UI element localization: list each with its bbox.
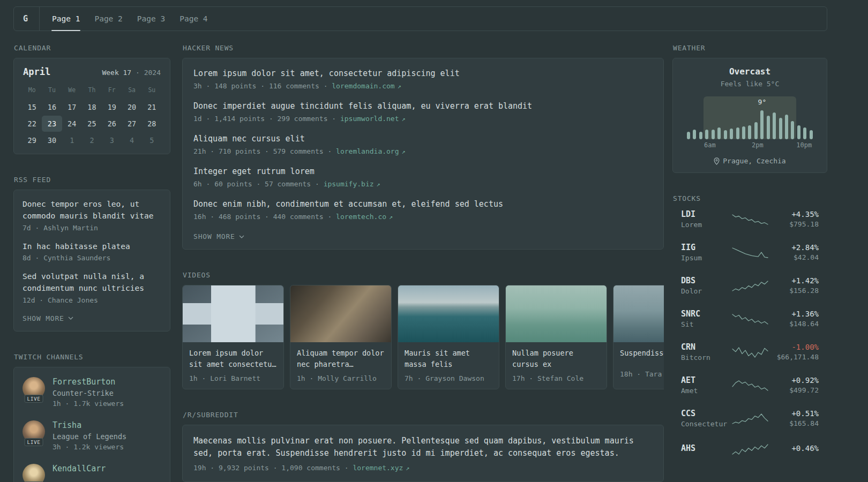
rss-item: Sed volutpat nulla nisl, a condimentum n… <box>23 271 161 304</box>
hn-item: Lorem ipsum dolor sit amet, consectetur … <box>193 68 653 90</box>
rss-item-title[interactable]: Donec tempor eros leo, ut commodo mauris… <box>23 199 161 222</box>
stock-sparkline <box>731 245 769 259</box>
page: G Page 1 Page 2 Page 3 Page 4 CALENDAR A… <box>13 6 827 482</box>
video-card[interactable]: Aliquam tempor dolor nec pharetra… 1h · … <box>290 285 392 389</box>
hn-item-title[interactable]: Lorem ipsum dolor sit amet, consectetur … <box>193 68 653 79</box>
hn-item-domain-link[interactable]: ipsumworld.net↗ <box>340 115 406 123</box>
rss-item-meta: 8d · Cynthia Saunders <box>23 254 161 262</box>
hn-item-meta: 21h · 710 points · 579 comments · loreml… <box>193 147 653 155</box>
stock-sparkline <box>731 378 769 392</box>
section-title-stocks: STOCKS <box>673 194 827 202</box>
calendar-day: 19 <box>102 99 122 115</box>
stock-change: +0.51% <box>773 409 819 418</box>
twitch-channel-row[interactable]: LIVE ForrestBurton Counter-Strike 1h · 1… <box>23 377 161 408</box>
hn-item-domain-link[interactable]: loremtech.co↗ <box>336 213 393 221</box>
twitch-channel-row[interactable]: LIVE Trisha League of Legends 3h · 1.2k … <box>23 420 161 451</box>
stock-sparkline <box>731 312 769 326</box>
video-card[interactable]: Mauris sit amet massa felis 7h · Grayson… <box>398 285 499 389</box>
rss-item-title[interactable]: In hac habitasse platea <box>23 241 161 253</box>
calendar-day: 25 <box>82 116 102 132</box>
rss-item-title[interactable]: Sed volutpat nulla nisl, a condimentum n… <box>23 271 161 295</box>
weather-time-label: 10pm <box>796 141 812 149</box>
twitch-channel-game: League of Legends <box>53 432 126 441</box>
hn-item-domain-link[interactable]: ipsumify.biz↗ <box>324 180 380 188</box>
external-link-icon: ↗ <box>402 148 406 155</box>
stock-id: LDI Lorem <box>681 209 727 229</box>
stock-symbol: CRN <box>681 342 727 352</box>
app-logo[interactable]: G <box>14 7 40 31</box>
twitch-avatar: LIVE <box>23 377 45 400</box>
stock-id: CCS Consectetur <box>681 409 727 428</box>
stock-id: AET Amet <box>681 375 727 395</box>
stock-name: Lorem <box>681 221 727 229</box>
video-thumbnail <box>398 285 499 342</box>
hn-item-meta: 16h · 468 points · 440 comments · loremt… <box>193 213 653 221</box>
hn-item-title[interactable]: Aliquam nec cursus elit <box>193 133 653 145</box>
rss-item: Donec tempor eros leo, ut commodo mauris… <box>23 199 161 232</box>
video-thumbnail <box>183 285 283 342</box>
top-bar: G Page 1 Page 2 Page 3 Page 4 <box>13 6 827 31</box>
twitch-channel-row[interactable]: LIVE KendallCarr <box>23 464 161 482</box>
rss-show-more-button[interactable]: SHOW MORE <box>23 313 73 322</box>
tab-page-4[interactable]: Page 4 <box>179 7 208 31</box>
hn-item-title[interactable]: Donec enim nibh, condimentum et accumsan… <box>193 199 653 210</box>
twitch-channel-name[interactable]: KendallCarr <box>53 464 106 473</box>
hn-item-meta: 6h · 60 points · 57 comments · ipsumify.… <box>193 180 653 188</box>
stock-symbol: IIG <box>681 243 727 252</box>
video-card[interactable]: Lorem ipsum dolor sit amet consectetu… 1… <box>182 285 284 389</box>
video-meta: 18h · Tara <box>613 366 664 385</box>
weather-bar <box>748 125 751 139</box>
dashboard: CALENDAR April Week 17 · 2024 MoTuWeThFr… <box>13 31 827 482</box>
stock-row: IIG Ipsum +2.84% $42.04 <box>681 243 819 262</box>
page-tabs: Page 1 Page 2 Page 3 Page 4 <box>51 7 208 31</box>
hn-item-title[interactable]: Donec imperdiet augue tincidunt felis al… <box>193 101 653 112</box>
stock-name: Ipsum <box>681 254 727 262</box>
hn-show-more-button[interactable]: SHOW MORE <box>193 231 244 240</box>
weather-bar <box>705 130 708 139</box>
tab-page-1[interactable]: Page 1 <box>51 7 80 31</box>
subreddit-meta-text: 19h · 9,932 points · 1,090 comments · <box>193 464 353 472</box>
video-title: Aliquam tempor dolor nec pharetra… <box>290 342 391 370</box>
calendar-grid: MoTuWeThFrSaSu15161718192021222324252627… <box>22 84 162 148</box>
stock-price: $42.04 <box>773 253 819 261</box>
twitch-channel-name[interactable]: ForrestBurton <box>53 377 124 387</box>
calendar-day: 23 <box>42 116 62 132</box>
subreddit-card: Maecenas mollis pulvinar erat non posuer… <box>182 425 664 482</box>
section-title-weather: WEATHER <box>673 44 827 52</box>
weather-bar <box>712 130 715 139</box>
middle-column: HACKER NEWS Lorem ipsum dolor sit amet, … <box>182 44 664 482</box>
calendar-day-header: Tu <box>42 84 62 99</box>
video-card[interactable]: Suspendisse diam 18h · Tara <box>613 285 664 389</box>
tab-page-2[interactable]: Page 2 <box>94 7 123 31</box>
hn-item: Donec enim nibh, condimentum et accumsan… <box>193 199 653 221</box>
twitch-channel-meta: 1h · 1.7k viewers <box>53 400 124 408</box>
weather-bar <box>693 130 696 139</box>
hn-item-domain-link[interactable]: loremlandia.org↗ <box>336 147 406 155</box>
live-badge: LIVE <box>25 438 43 446</box>
weather-card: Overcast Feels like 5°C 9° 6am2pm10pm Pr… <box>672 58 827 173</box>
hn-item-domain-link[interactable]: loremdomain.com↗ <box>332 82 401 90</box>
twitch-channel-name[interactable]: Trisha <box>53 420 126 430</box>
stock-price: $66,171.48 <box>773 353 819 361</box>
stock-change: +2.84% <box>773 243 819 252</box>
video-title: Suspendisse diam <box>613 342 664 366</box>
subreddit-post-text[interactable]: Maecenas mollis pulvinar erat non posuer… <box>193 436 634 458</box>
stock-id: AHS <box>681 443 727 455</box>
stock-price: $795.18 <box>773 220 819 228</box>
weather-bar <box>724 130 727 139</box>
chevron-down-icon <box>239 235 244 238</box>
video-thumbnail <box>613 285 664 342</box>
stock-id: IIG Ipsum <box>681 243 727 262</box>
video-card[interactable]: Nullam posuere cursus ex 17h · Stefan Co… <box>505 285 607 389</box>
left-column: CALENDAR April Week 17 · 2024 MoTuWeThFr… <box>13 44 170 482</box>
stock-values: +0.92% $499.72 <box>773 376 819 394</box>
stock-sparkline <box>731 212 769 226</box>
weather-bar <box>754 122 758 139</box>
hn-item-title[interactable]: Integer eget rutrum lorem <box>193 166 653 177</box>
stock-values: +1.36% $148.64 <box>773 310 819 328</box>
stock-change: -1.00% <box>773 343 819 351</box>
tab-page-3[interactable]: Page 3 <box>137 7 166 31</box>
calendar-day: 20 <box>122 99 141 115</box>
subreddit-domain-link[interactable]: loremnet.xyz↗ <box>353 464 409 472</box>
weather-temp-label: 9° <box>758 98 767 106</box>
